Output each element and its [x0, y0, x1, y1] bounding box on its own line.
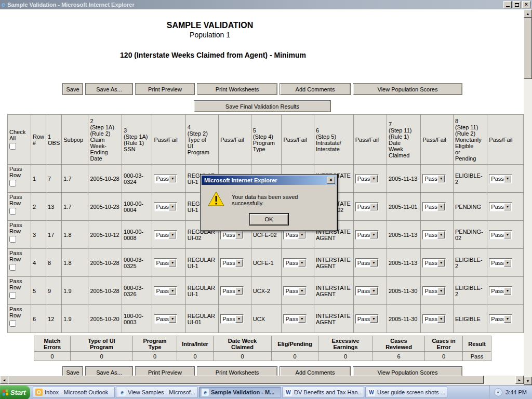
taskbar-item-user-guide-screen-shots[interactable]: WUser guide screen shots ...: [365, 387, 447, 398]
pass-fail-select-value: Pass: [489, 288, 503, 294]
taskbar-item-view-samples-microsof[interactable]: eView Samples - Microsof...: [116, 387, 198, 398]
pass-fail-select[interactable]: Pass▼: [154, 202, 177, 211]
pass-fail-select[interactable]: Pass▼: [355, 174, 379, 183]
top-view-population-scores-button[interactable]: View Population Scores: [353, 83, 462, 95]
pass-fail-select[interactable]: Pass▼: [489, 202, 512, 211]
pass-row-checkbox[interactable]: [9, 320, 16, 327]
grid-row-6: Pass Row6121.92005-10-20100-00-0003Pass▼…: [8, 305, 524, 333]
dialog-message: Your data has been saved successfully.: [232, 194, 331, 206]
pass-fail-select[interactable]: Pass▼: [422, 314, 446, 324]
pass-fail-select[interactable]: Pass▼: [422, 286, 446, 296]
cell-pass-fail: Pass▼: [353, 193, 387, 221]
pass-fail-select[interactable]: Pass▼: [220, 314, 244, 324]
pass-row-checkbox[interactable]: [9, 208, 16, 215]
save-final-validation-results-button[interactable]: Save Final Validation Results: [194, 100, 331, 112]
pass-fail-select[interactable]: Pass▼: [154, 286, 177, 296]
pass-fail-select[interactable]: Pass▼: [422, 174, 446, 183]
pass-fail-select[interactable]: Pass▼: [154, 258, 177, 268]
maximize-button[interactable]: [513, 1, 521, 8]
cell-monetarily-eligible: PENDING: [453, 193, 487, 221]
cell-row-number: 5: [31, 277, 46, 305]
pass-fail-select[interactable]: Pass▼: [283, 286, 307, 296]
chevron-down-icon: ▼: [370, 175, 378, 182]
scroll-right-arrow[interactable]: ►: [515, 376, 524, 384]
top-print-preview-button[interactable]: Print Preview: [135, 83, 195, 95]
pass-fail-select[interactable]: Pass▼: [489, 286, 512, 296]
pass-row-checkbox[interactable]: [9, 236, 16, 243]
bottom-print-worksheets-button[interactable]: Print Worksheets: [197, 366, 277, 376]
top-save-as-button[interactable]: Save As...: [85, 83, 133, 95]
pass-fail-select[interactable]: Pass▼: [355, 286, 379, 296]
cell-obs: 9: [46, 277, 62, 305]
pass-fail-select[interactable]: Pass▼: [220, 258, 244, 268]
chevron-down-icon: ▼: [370, 259, 378, 267]
pass-fail-select[interactable]: Pass▼: [422, 230, 446, 240]
cell-date-week-claimed: 2005-11-13: [387, 249, 421, 277]
horizontal-scrollbar[interactable]: ◄ ►: [0, 376, 524, 385]
bottom-print-preview-button[interactable]: Print Preview: [135, 366, 195, 376]
cell-ssn: 100-00-0004: [122, 193, 152, 221]
pass-row-checkbox[interactable]: [9, 264, 16, 271]
close-button[interactable]: ×: [522, 1, 530, 8]
taskbar-item-dv-benefits-and-tax-han[interactable]: WDV Benefits and Tax Han...: [282, 387, 364, 398]
vertical-scrollbar[interactable]: ▲ ▼: [524, 9, 532, 385]
bottom-save-as-button[interactable]: Save As...: [85, 366, 133, 376]
pass-fail-select[interactable]: Pass▼: [355, 202, 379, 211]
grid-header-13: 7 (Step 11) (Rule 1) Date Week Claimed: [387, 115, 421, 165]
minimize-button[interactable]: [503, 1, 512, 8]
vertical-scroll-thumb[interactable]: [524, 18, 532, 79]
scroll-up-arrow[interactable]: ▲: [524, 9, 532, 18]
start-button[interactable]: Start: [0, 385, 30, 399]
top-print-worksheets-button[interactable]: Print Worksheets: [197, 83, 277, 95]
top-add-comments-button[interactable]: Add Comments: [280, 83, 351, 95]
tray-chevron-button[interactable]: «: [494, 388, 502, 396]
pass-fail-select[interactable]: Pass▼: [489, 230, 512, 240]
taskbar-item-sample-validation-m[interactable]: eSample Validation - M...: [199, 387, 281, 398]
pass-fail-select[interactable]: Pass▼: [283, 230, 307, 240]
pass-fail-select[interactable]: Pass▼: [283, 314, 307, 324]
pass-fail-select[interactable]: Pass▼: [154, 230, 177, 240]
pass-fail-select[interactable]: Pass▼: [489, 174, 512, 183]
pass-row-checkbox[interactable]: [9, 292, 16, 299]
bottom-add-comments-button[interactable]: Add Comments: [280, 366, 351, 376]
dialog-close-button[interactable]: ×: [327, 177, 335, 184]
bottom-view-population-scores-button[interactable]: View Population Scores: [353, 366, 462, 376]
pass-fail-select[interactable]: Pass▼: [422, 202, 446, 211]
pass-fail-select[interactable]: Pass▼: [220, 230, 244, 240]
scroll-left-arrow[interactable]: ◄: [0, 376, 8, 384]
cell-pass-fail: Pass▼: [282, 249, 314, 277]
pass-fail-select[interactable]: Pass▼: [283, 258, 307, 268]
cell-program-type: UCX-2: [251, 277, 282, 305]
chevron-down-icon: ▼: [235, 259, 243, 267]
cell-pass-fail: Pass▼: [421, 277, 454, 305]
top-save-button[interactable]: Save: [62, 83, 83, 95]
bottom-save-button[interactable]: Save: [62, 366, 83, 376]
pass-fail-select[interactable]: Pass▼: [489, 314, 512, 324]
ie-window-icon: e: [2, 1, 5, 8]
top-button-row: SaveSave As...Print PreviewPrint Workshe…: [62, 83, 462, 95]
pass-fail-select[interactable]: Pass▼: [154, 314, 177, 324]
horizontal-scroll-thumb[interactable]: [8, 376, 484, 384]
chevron-down-icon: ▼: [298, 259, 306, 267]
pass-fail-select[interactable]: Pass▼: [422, 258, 446, 268]
pass-row-checkbox[interactable]: [9, 180, 16, 187]
cell-pass-fail: Pass▼: [152, 305, 185, 333]
scroll-down-arrow[interactable]: ▼: [524, 377, 532, 385]
pass-fail-select[interactable]: Pass▼: [355, 258, 379, 268]
grid-header-12: Pass/Fail: [353, 115, 387, 165]
pass-fail-select[interactable]: Pass▼: [154, 174, 177, 183]
summary-header-elig-pending: Elig/Pending: [272, 336, 318, 352]
check-all-checkbox[interactable]: [9, 143, 16, 150]
pass-fail-select-value: Pass: [356, 232, 370, 238]
pass-fail-select[interactable]: Pass▼: [355, 314, 379, 324]
pass-fail-select[interactable]: Pass▼: [220, 286, 244, 296]
summary-header-program-type: Program Type: [133, 336, 177, 352]
dialog-ok-button[interactable]: OK: [249, 214, 288, 225]
cell-pass-row: Pass Row: [8, 249, 31, 277]
taskbar-item-inbox-microsoft-outlook[interactable]: OInbox - Microsoft Outlook: [33, 387, 115, 398]
pass-fail-select[interactable]: Pass▼: [355, 230, 379, 240]
pass-fail-select-value: Pass: [356, 316, 370, 322]
dialog-titlebar[interactable]: Microsoft Internet Explorer ×: [202, 176, 336, 185]
pass-fail-select[interactable]: Pass▼: [489, 258, 512, 268]
cell-pass-fail: Pass▼: [487, 165, 524, 193]
